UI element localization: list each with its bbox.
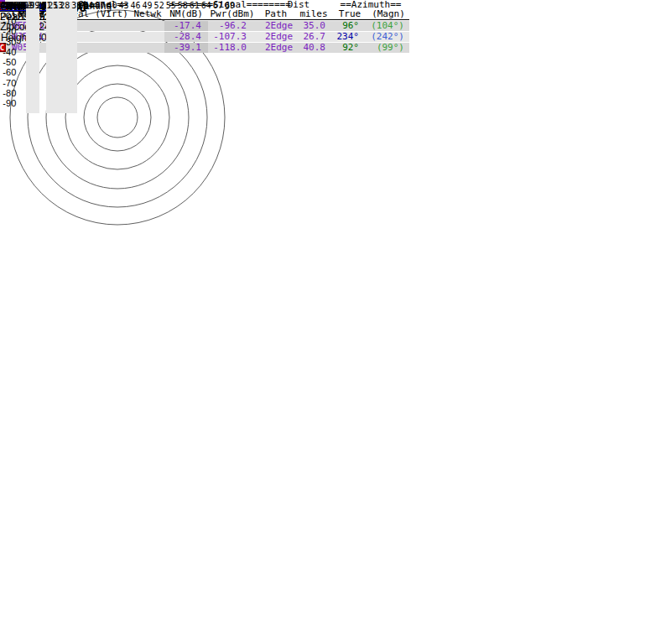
cell-miles: 26.7	[295, 32, 332, 42]
group-dist: Dist	[280, 0, 317, 10]
cell-miles: 35.0	[295, 21, 332, 31]
cell-miles: 40.8	[295, 43, 332, 53]
col-magn: (Magn)	[367, 9, 409, 20]
cell-az-magn: (242°)	[367, 32, 409, 42]
cell-nm: -17.4	[164, 21, 208, 31]
cell-path: 2Edge	[257, 43, 295, 53]
cell-pwr: -118.0	[208, 43, 257, 53]
cell-az-magn: (104°)	[367, 21, 409, 31]
col-path: Path	[257, 9, 295, 20]
cell-path: 2Edge	[257, 32, 295, 42]
cell-az-magn: (99°)	[367, 43, 409, 53]
cell-path: 2Edge	[257, 21, 295, 31]
cell-az-true: 92°	[332, 43, 367, 53]
cell-az-true: 234°	[332, 32, 367, 42]
cell-nm: -39.1	[164, 43, 208, 53]
vhf-highlight-band	[46, 2, 77, 113]
col-miles: miles	[295, 9, 332, 20]
dbm-axis: dBm -10-20-30-40-50-60-70-80-90	[0, 0, 19, 109]
vhf-highlight-band	[26, 2, 39, 113]
cell-pwr: -107.3	[208, 32, 257, 42]
cell-pwr: -96.2	[208, 21, 257, 31]
col-true: True	[332, 9, 367, 20]
cell-az-true: 96°	[332, 21, 367, 31]
uhf-channel-axis: 1416192225283134374043464952555861646769	[0, 0, 236, 11]
cell-nm: -28.4	[164, 32, 208, 42]
tvfool-report: Sugar Run 30 Analog Only TrueNorth N 54 …	[0, 0, 671, 644]
